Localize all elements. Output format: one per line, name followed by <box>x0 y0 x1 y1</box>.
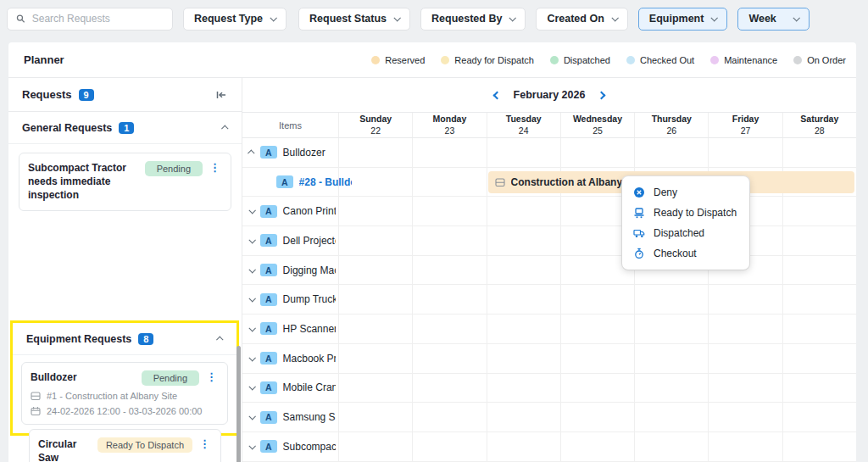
day-number: 26 <box>666 125 676 136</box>
asset-link[interactable]: #28 - Bulldo <box>299 176 352 188</box>
day-column-header: Tuesday 24 <box>487 113 560 137</box>
day-number: 28 <box>815 125 825 136</box>
calendar-row-subcompact-tractor[interactable]: A Subcompact T <box>242 432 856 462</box>
ready-dot-icon <box>441 56 449 64</box>
chevron-up-icon <box>216 336 223 342</box>
calendar-row-samsung-smart[interactable]: A Samsung Sma <box>242 403 856 432</box>
collapse-sidebar-button[interactable] <box>214 88 228 102</box>
menu-item-dispatched[interactable]: Dispatched <box>622 223 749 243</box>
calendar-row-bulldozer[interactable]: A Bulldozer <box>242 138 856 168</box>
calendar-grid: A Bulldozer A #28 - Bulldo Construction … <box>242 138 856 462</box>
chevron-down-icon[interactable] <box>248 207 255 214</box>
filter-request-type[interactable]: Request Type <box>183 8 287 31</box>
day-name: Sunday <box>359 114 392 125</box>
day-name: Tuesday <box>506 114 542 125</box>
section-title: General Requests <box>22 122 112 134</box>
equipment-request-card[interactable]: Circular Saw Ready To Dispatch ⋮ 23-02-2… <box>29 429 221 462</box>
search-input-field[interactable] <box>32 13 164 25</box>
legend-label: Dispatched <box>564 55 610 65</box>
search-icon <box>16 14 25 24</box>
avatar: A <box>260 322 277 335</box>
items-column-header: Items <box>242 113 338 137</box>
chevron-down-icon[interactable] <box>248 443 255 449</box>
avatar: A <box>260 352 277 365</box>
menu-item-checkout[interactable]: Checkout <box>622 243 749 264</box>
general-requests-section-header[interactable]: General Requests 1 <box>8 112 242 144</box>
collapse-arrow-icon <box>214 88 228 102</box>
calendar-row-canon-printer[interactable]: A Canon Printer <box>242 197 856 226</box>
filter-week[interactable]: Week <box>737 8 809 31</box>
chevron-down-icon <box>270 14 277 21</box>
section-title: Equipment Requests <box>26 333 131 345</box>
calendar-row-dell-projector[interactable]: A Dell Projector <box>242 226 856 256</box>
day-column-header: Sunday 22 <box>338 113 412 137</box>
menu-item-deny[interactable]: Deny <box>622 182 749 203</box>
legend-maintenance: Maintenance <box>710 55 777 65</box>
calendar-row-hp-scanner[interactable]: A HP Scanner <box>242 314 856 344</box>
stopwatch-icon <box>633 248 645 259</box>
avatar: A <box>260 146 277 159</box>
chevron-down-icon[interactable] <box>248 354 255 361</box>
calendar-row-digging-machine[interactable]: A Digging Machi <box>242 256 856 286</box>
filter-request-status[interactable]: Request Status <box>298 8 410 31</box>
next-month-button[interactable] <box>597 91 606 100</box>
day-name: Thursday <box>652 114 692 125</box>
legend-checked-out: Checked Out <box>626 55 694 65</box>
calendar-row-mobile-crane[interactable]: A Mobile Crane <box>242 374 856 404</box>
chevron-down-icon[interactable] <box>248 266 255 273</box>
chevron-down-icon[interactable] <box>248 413 255 420</box>
calendar-row-dump-truck[interactable]: A Dump Truck <box>242 285 856 314</box>
chevron-up-icon <box>221 125 228 131</box>
day-number: 23 <box>445 125 455 136</box>
menu-item-ready-to-dispatch[interactable]: Ready to Dispatch <box>622 203 749 223</box>
chevron-down-icon <box>793 14 799 21</box>
planner-panel: Planner Reserved Ready for Dispatch Disp… <box>8 42 856 462</box>
dispatched-dot-icon <box>550 56 559 64</box>
legend-reserved: Reserved <box>371 55 425 65</box>
request-title: Subcompact Tractor needs immediate inspe… <box>28 161 140 203</box>
filter-equipment[interactable]: Equipment <box>638 8 728 31</box>
item-label: Dump Truck <box>283 293 336 305</box>
item-label: Subcompact T <box>283 441 336 453</box>
legend-label: Reserved <box>385 55 425 65</box>
day-column-header: Monday 23 <box>412 113 486 137</box>
chevron-down-icon[interactable] <box>248 295 255 302</box>
filter-label: Requested By <box>431 13 502 25</box>
sidebar-scrollbar[interactable] <box>236 346 241 462</box>
previous-month-button[interactable] <box>492 91 502 100</box>
kebab-menu-icon[interactable]: ⋮ <box>208 161 222 174</box>
equipment-request-card[interactable]: Bulldozer Pending ⋮ #1 - Construction at… <box>21 362 228 425</box>
general-request-card[interactable]: Subcompact Tractor needs immediate inspe… <box>19 153 231 211</box>
maintenance-dot-icon <box>710 56 719 64</box>
chevron-down-icon[interactable] <box>248 237 255 243</box>
filter-toolbar: Request Type Request Status Requested By… <box>0 0 868 37</box>
equipment-requests-section-header[interactable]: Equipment Requests 8 <box>13 323 236 355</box>
filter-label: Week <box>748 13 776 25</box>
day-number: 27 <box>741 125 751 136</box>
chevron-up-icon[interactable] <box>248 149 254 156</box>
booking-dates: 24-02-2026 12:00 - 03-03-2026 00:00 <box>31 406 219 416</box>
day-column-header: Wednesday 25 <box>560 113 634 137</box>
menu-item-label: Deny <box>654 186 677 198</box>
kebab-menu-icon[interactable]: ⋮ <box>204 370 219 383</box>
calendar-row-macbook-pro[interactable]: A Macbook Pro <box>242 344 856 374</box>
avatar: A <box>260 234 277 247</box>
chevron-down-icon[interactable] <box>248 325 255 331</box>
status-legend: Reserved Ready for Dispatch Dispatched C… <box>371 55 846 65</box>
equipment-requests-highlight-box: Equipment Requests 8 Bulldozer Pending ⋮ <box>10 320 239 436</box>
booking-icon <box>495 177 505 187</box>
filter-requested-by[interactable]: Requested By <box>420 8 526 31</box>
item-label: Mobile Crane <box>283 381 336 393</box>
calendar-header-row: Items Sunday 22 Monday 23 Tuesday 24 Wed… <box>242 112 856 138</box>
chevron-down-icon[interactable] <box>248 383 255 390</box>
search-input[interactable] <box>7 8 173 31</box>
menu-item-label: Dispatched <box>654 227 704 239</box>
day-name: Saturday <box>800 114 838 125</box>
filter-label: Request Status <box>309 13 387 25</box>
item-label: Canon Printer <box>283 205 336 217</box>
legend-on-order: On Order <box>793 55 846 65</box>
filter-created-on[interactable]: Created On <box>536 8 627 31</box>
calendar-row-asset-28[interactable]: A #28 - Bulldo Construction at Albany Si… <box>242 168 856 198</box>
page-title: Planner <box>24 53 64 66</box>
kebab-menu-icon[interactable]: ⋮ <box>198 437 212 450</box>
